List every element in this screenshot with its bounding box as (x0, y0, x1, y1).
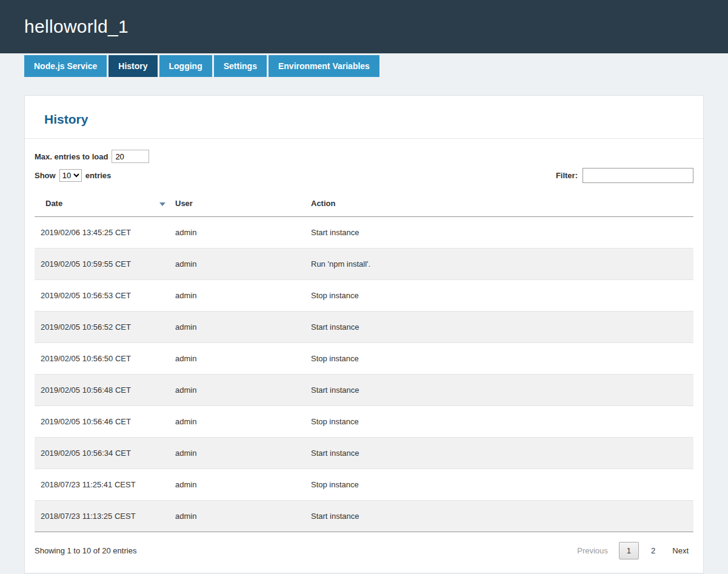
history-table: Date User Action 2019/02/06 13:45:25 CET… (35, 190, 693, 532)
filter-control: Filter: (556, 168, 693, 183)
table-row: 2018/07/23 11:13:25 CESTadminStart insta… (35, 501, 693, 532)
table-row: 2019/02/05 10:56:53 CETadminStop instanc… (35, 280, 693, 312)
cell-action: Start instance (305, 312, 693, 343)
pagination: Previous 1 2 Next (572, 542, 693, 559)
table-row: 2019/02/05 10:56:46 CETadminStop instanc… (35, 406, 693, 438)
table-row: 2019/02/05 10:56:52 CETadminStart instan… (35, 312, 693, 343)
max-entries-row: Max. entries to load (35, 150, 693, 163)
max-entries-label: Max. entries to load (35, 152, 108, 161)
column-header-date[interactable]: Date (35, 190, 169, 217)
cell-user: admin (169, 280, 305, 312)
table-header-row: Date User Action (35, 190, 693, 217)
tab-nodejs-service[interactable]: Node.js Service (24, 55, 107, 77)
page-length-control: Show 10 entries (35, 169, 111, 182)
cell-action: Run 'npm install'. (305, 249, 693, 280)
cell-user: admin (169, 249, 305, 280)
tab-history[interactable]: History (109, 55, 157, 77)
table-footer: Showing 1 to 10 of 20 entries Previous 1… (35, 532, 693, 573)
history-table-body: 2019/02/06 13:45:25 CETadminStart instan… (35, 217, 693, 532)
cell-action: Stop instance (305, 406, 693, 438)
page-title: helloworld_1 (24, 16, 129, 37)
tab-bar: Node.js Service History Logging Settings… (24, 55, 704, 77)
tab-settings[interactable]: Settings (214, 55, 267, 77)
cell-user: admin (169, 375, 305, 406)
table-row: 2019/02/05 10:56:34 CETadminStart instan… (35, 438, 693, 469)
pagination-page-1[interactable]: 1 (619, 542, 639, 559)
sort-descending-icon (159, 202, 165, 206)
cell-date: 2019/02/05 10:56:46 CET (35, 406, 169, 438)
column-header-user[interactable]: User (169, 190, 305, 217)
table-row: 2019/02/05 10:56:48 CETadminStart instan… (35, 375, 693, 406)
cell-user: admin (169, 312, 305, 343)
show-filter-row: Show 10 entries Filter: (35, 168, 693, 183)
cell-date: 2019/02/05 10:56:50 CET (35, 343, 169, 375)
cell-action: Start instance (305, 375, 693, 406)
cell-user: admin (169, 438, 305, 469)
cell-user: admin (169, 501, 305, 532)
cell-action: Start instance (305, 438, 693, 469)
page-length-select[interactable]: 10 (59, 169, 82, 182)
filter-input[interactable] (583, 168, 693, 183)
cell-date: 2019/02/05 10:56:52 CET (35, 312, 169, 343)
panel-title: History (25, 96, 703, 138)
cell-user: admin (169, 406, 305, 438)
cell-user: admin (169, 343, 305, 375)
column-header-action[interactable]: Action (305, 190, 693, 217)
show-label: Show (35, 171, 56, 180)
app-header: helloworld_1 (0, 0, 728, 53)
filter-label: Filter: (556, 171, 578, 180)
cell-user: admin (169, 469, 305, 501)
cell-date: 2019/02/05 10:56:34 CET (35, 438, 169, 469)
cell-user: admin (169, 217, 305, 249)
cell-action: Start instance (305, 501, 693, 532)
tab-logging[interactable]: Logging (159, 55, 212, 77)
pagination-next[interactable]: Next (667, 542, 693, 559)
cell-date: 2018/07/23 11:25:41 CEST (35, 469, 169, 501)
table-row: 2019/02/06 13:45:25 CETadminStart instan… (35, 217, 693, 249)
cell-action: Stop instance (305, 280, 693, 312)
entries-label: entries (85, 171, 112, 180)
cell-date: 2019/02/05 10:56:53 CET (35, 280, 169, 312)
table-controls: Max. entries to load Show 10 entries Fil… (25, 139, 703, 183)
tab-environment-variables[interactable]: Environment Variables (269, 55, 379, 77)
entries-summary: Showing 1 to 10 of 20 entries (35, 546, 136, 555)
cell-date: 2019/02/06 13:45:25 CET (35, 217, 169, 249)
cell-action: Start instance (305, 217, 693, 249)
cell-date: 2019/02/05 10:56:48 CET (35, 375, 169, 406)
pagination-previous[interactable]: Previous (572, 542, 613, 559)
table-row: 2018/07/23 11:25:41 CESTadminStop instan… (35, 469, 693, 501)
table-row: 2019/02/05 10:56:50 CETadminStop instanc… (35, 343, 693, 375)
pagination-page-2[interactable]: 2 (645, 542, 661, 559)
cell-action: Stop instance (305, 469, 693, 501)
cell-action: Stop instance (305, 343, 693, 375)
table-row: 2019/02/05 10:59:55 CETadminRun 'npm ins… (35, 249, 693, 280)
cell-date: 2019/02/05 10:59:55 CET (35, 249, 169, 280)
cell-date: 2018/07/23 11:13:25 CEST (35, 501, 169, 532)
max-entries-input[interactable] (112, 150, 149, 163)
history-panel: History Max. entries to load Show 10 ent… (24, 95, 704, 573)
